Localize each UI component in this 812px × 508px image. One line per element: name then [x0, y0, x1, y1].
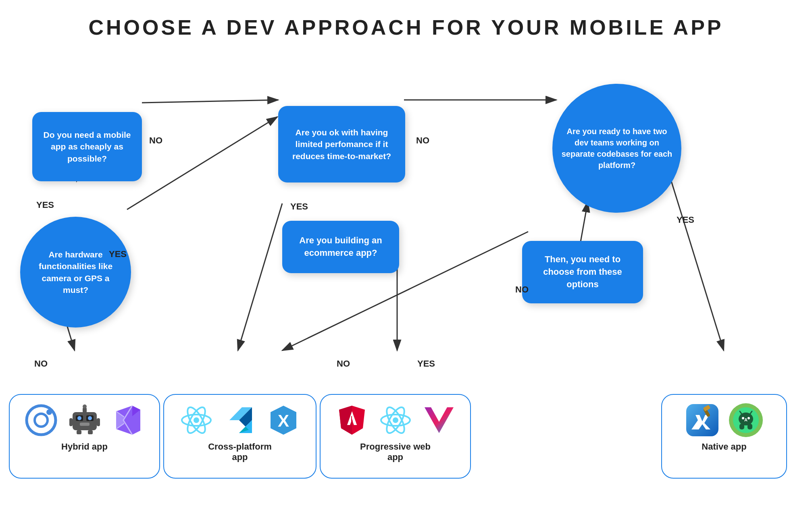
arrow-label-no-3: NO [34, 359, 48, 369]
pwa-label: Progressive web app [360, 442, 431, 470]
robot-icon [67, 402, 103, 438]
svg-text:A: A [744, 417, 747, 422]
crossplatform-icons: X [166, 395, 314, 442]
outcome-hybrid: Hybrid app [9, 394, 160, 479]
svg-point-20 [83, 404, 87, 408]
svg-point-60 [747, 417, 750, 419]
react2-icon [377, 402, 414, 438]
svg-rect-63 [739, 424, 744, 429]
crossplatform-label: Cross-platform app [208, 442, 272, 470]
svg-point-26 [88, 416, 92, 420]
svg-rect-21 [69, 418, 73, 426]
arrow-label-yes-2: YES [109, 249, 127, 259]
pwa-icons [322, 395, 469, 442]
svg-rect-22 [97, 418, 100, 426]
question-3: Are you ok with having limited perfomanc… [278, 106, 405, 182]
question-2: Are hardware functionalities like camera… [20, 217, 131, 328]
flutter-icon [222, 402, 258, 438]
native-icons: A [672, 395, 776, 442]
arrow-label-no-4: NO [337, 359, 350, 369]
android-studio-icon: A [728, 402, 764, 438]
arrow-label-yes-5: YES [677, 215, 694, 225]
svg-text:X: X [278, 411, 289, 430]
svg-point-12 [27, 406, 56, 435]
svg-rect-23 [77, 430, 81, 434]
svg-point-32 [194, 417, 199, 423]
question-4: Are you building an ecommerce app? [282, 221, 399, 273]
angular-icon [334, 402, 370, 438]
svg-point-14 [46, 409, 52, 415]
question-5: Are you ready to have two dev teams work… [552, 84, 681, 213]
svg-rect-24 [88, 430, 93, 434]
arrow-label-no-2: NO [416, 135, 429, 146]
xcode-icon [684, 402, 720, 438]
svg-point-13 [35, 414, 48, 427]
page-title: CHOOSE A DEV APPROACH FOR YOUR MOBILE AP… [0, 0, 812, 44]
arrow-label-yes-3: YES [290, 201, 308, 212]
ionic-icon [23, 402, 59, 438]
svg-point-47 [393, 417, 398, 423]
outcome-crossplatform: X Cross-platform app [163, 394, 316, 479]
svg-point-25 [77, 416, 81, 420]
arrow-label-yes-1: YES [36, 200, 54, 210]
react-icon [178, 402, 214, 438]
hybrid-icons [11, 395, 158, 442]
flowchart: Do you need a mobile app as cheaply as p… [0, 44, 812, 508]
outcome-native: A Native app [661, 394, 787, 479]
xamarin-icon: X [265, 402, 302, 438]
native-label: Native app [702, 442, 746, 459]
arrow-label-yes-4: YES [417, 359, 435, 369]
svg-rect-18 [80, 423, 90, 426]
vs-icon [110, 402, 146, 438]
svg-rect-15 [73, 412, 97, 430]
arrow-label-no-1: NO [149, 135, 162, 146]
arrow-label-no-5: NO [515, 284, 529, 295]
svg-rect-53 [686, 404, 718, 436]
hybrid-label: Hybrid app [61, 442, 108, 459]
outcome-pwa: Progressive web app [320, 394, 471, 479]
svg-rect-64 [747, 424, 752, 429]
vuetify-icon [421, 402, 457, 438]
question-1: Do you need a mobile app as cheaply as p… [32, 112, 142, 181]
question-6: Then, you need to choose from these opti… [522, 241, 643, 303]
